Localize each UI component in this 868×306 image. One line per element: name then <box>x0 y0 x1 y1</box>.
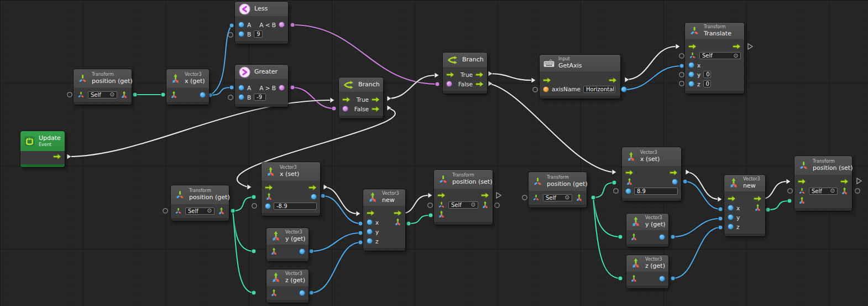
node-branch-1[interactable]: BranchTrueFalse <box>339 77 383 118</box>
node-header[interactable]: Less <box>235 2 288 16</box>
false-out-port[interactable] <box>475 81 484 87</box>
unconnected-self-position-get-1[interactable] <box>67 92 72 97</box>
result-port[interactable] <box>279 22 285 28</box>
value-port[interactable] <box>200 92 206 98</box>
axis-name-port[interactable] <box>543 86 549 92</box>
node-x-get[interactable]: Vector3x (get) <box>166 69 209 105</box>
node-greater[interactable]: GreaterAA > BB-9 <box>235 65 288 107</box>
condition-port[interactable] <box>446 81 452 87</box>
unconnected-self-position-get-bl[interactable] <box>163 209 168 213</box>
node-position-set-right[interactable]: Transformposition (set)Self⊙ <box>794 156 852 211</box>
node-position-get-bl[interactable]: Transformposition (get)Self⊙ <box>171 185 229 221</box>
node-header[interactable]: Transformposition (get) <box>171 185 229 204</box>
node-header[interactable]: Branch <box>339 77 383 92</box>
node-header[interactable]: InputGetAxis <box>540 55 620 71</box>
self-field[interactable]: Self⊙ <box>88 91 117 98</box>
y-port[interactable] <box>367 229 373 235</box>
unconnected-position-set-left-exit[interactable] <box>496 193 501 198</box>
node-position-set-left[interactable]: Transformposition (set)Self⊙ <box>434 170 493 225</box>
flow-in-port[interactable] <box>265 184 273 191</box>
node-header[interactable]: Vector3new <box>363 189 405 206</box>
target-picker-icon[interactable]: ⊙ <box>469 202 475 208</box>
z-port[interactable] <box>367 238 373 244</box>
flow-out-port[interactable] <box>53 153 61 160</box>
node-header[interactable]: Greater <box>235 65 288 79</box>
wire-new-right-result-to-pos-set[interactable] <box>768 201 789 210</box>
flow-out-port[interactable] <box>308 184 317 191</box>
wire-less-to-branch2-condition[interactable] <box>292 25 437 84</box>
unconnected-translate-y[interactable] <box>679 72 684 77</box>
node-new-left[interactable]: Vector3newxyz <box>363 189 405 251</box>
node-z-get-right[interactable]: Vector3z (get) <box>626 255 668 288</box>
b-value-field[interactable]: -9 <box>254 94 266 101</box>
unconnected-less-b[interactable] <box>228 33 233 37</box>
flow-in-port[interactable] <box>446 71 454 78</box>
wire-y-get-left-to-new-y[interactable] <box>311 233 360 251</box>
node-header[interactable]: TransformTranslate <box>685 23 744 39</box>
wire-get-axis-to-translate[interactable] <box>625 46 676 80</box>
x-value-field[interactable]: 8.9 <box>634 188 678 195</box>
node-x-set-right[interactable]: Vector3x (set)8.9 <box>622 147 681 201</box>
node-get-axis[interactable]: InputGetAxisaxisNameHorizontal <box>540 55 620 98</box>
unconnected-translate-self[interactable] <box>679 54 684 58</box>
node-less[interactable]: LessAA < BB9 <box>235 2 288 44</box>
condition-port[interactable] <box>342 106 348 112</box>
node-header[interactable]: Transformposition (set) <box>434 170 493 189</box>
x-value-field[interactable]: -8.9 <box>274 203 317 210</box>
self-field[interactable]: Self⊙ <box>699 52 741 59</box>
result-port[interactable] <box>672 179 678 185</box>
flow-in-port[interactable] <box>367 210 375 216</box>
unconnected-position-set-right-self[interactable] <box>788 189 792 193</box>
z-port[interactable] <box>688 81 694 87</box>
z-value-field[interactable]: 0 <box>703 80 711 87</box>
self-field[interactable]: Self⊙ <box>809 188 838 195</box>
node-header[interactable]: UpdateEvent <box>20 131 65 151</box>
node-header[interactable]: Vector3x (set) <box>622 147 681 166</box>
unconnected-self-position-get-r[interactable] <box>522 195 527 200</box>
flow-in-port[interactable] <box>728 195 736 202</box>
node-position-get-r[interactable]: Transformposition (get)Self⊙ <box>529 172 587 208</box>
flow-in-port[interactable] <box>342 96 351 103</box>
value-port[interactable] <box>659 276 665 282</box>
wire-pos-get-bl-to-x-set[interactable] <box>233 197 254 211</box>
axis-name-field[interactable]: Horizontal <box>583 86 615 93</box>
unconnected-x-set-right-value[interactable] <box>614 189 618 193</box>
node-header[interactable]: Vector3y (get) <box>626 214 668 230</box>
true-out-port[interactable] <box>372 96 380 103</box>
b-value-field[interactable]: 9 <box>254 30 263 38</box>
result-port[interactable] <box>621 86 627 92</box>
flow-in-port[interactable] <box>543 77 551 84</box>
node-header[interactable]: Vector3x (get) <box>166 69 209 88</box>
x-port[interactable] <box>688 62 694 68</box>
flow-out-port[interactable] <box>733 43 741 50</box>
target-picker-icon[interactable]: ⊙ <box>108 92 114 97</box>
unconnected-x-set-left-value[interactable] <box>252 204 257 208</box>
unconnected-axis-name[interactable] <box>533 87 537 92</box>
node-position-get-1[interactable]: Transformposition (get)Self⊙ <box>74 69 132 105</box>
node-y-get-left[interactable]: Vector3y (get) <box>266 228 308 261</box>
result-port[interactable] <box>279 85 285 91</box>
value-port[interactable] <box>625 188 631 194</box>
node-z-get-left[interactable]: Vector3z (get) <box>266 269 308 303</box>
node-update-event[interactable]: UpdateEvent <box>20 131 65 167</box>
node-header[interactable]: Vector3new <box>724 175 765 191</box>
input-a-port[interactable] <box>238 85 244 91</box>
node-header[interactable]: Transformposition (get) <box>74 69 132 88</box>
flow-out-port[interactable] <box>609 77 617 84</box>
unconnected-translate-z[interactable] <box>679 81 684 86</box>
flow-out-port[interactable] <box>754 195 762 202</box>
node-header[interactable]: Vector3z (get) <box>626 255 668 272</box>
self-field[interactable]: Self⊙ <box>448 201 478 209</box>
y-port[interactable] <box>688 71 694 77</box>
wire-z-get-right-to-new-z[interactable] <box>673 227 720 278</box>
wire-pos-get-r-to-z-get[interactable] <box>593 198 620 278</box>
true-out-port[interactable] <box>475 71 484 78</box>
flow-in-port[interactable] <box>688 43 697 50</box>
input-b-port[interactable] <box>238 31 244 37</box>
x-port[interactable] <box>728 205 734 211</box>
input-b-port[interactable] <box>238 94 244 100</box>
target-picker-icon[interactable]: ⊙ <box>205 208 212 214</box>
target-picker-icon[interactable]: ⊙ <box>828 188 835 194</box>
self-field[interactable]: Self⊙ <box>185 208 215 215</box>
value-port[interactable] <box>299 248 305 255</box>
